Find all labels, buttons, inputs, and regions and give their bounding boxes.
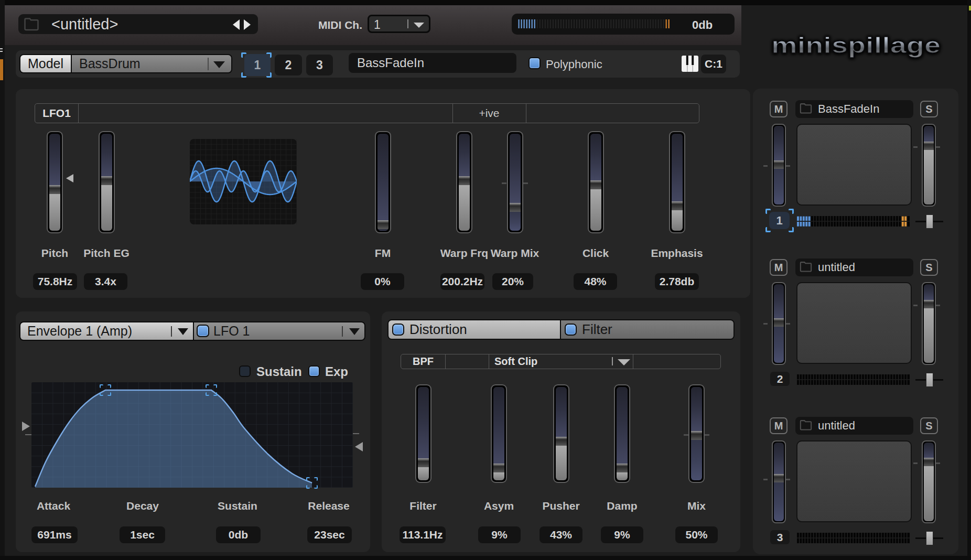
- svg-text:minispillage: minispillage: [771, 33, 941, 58]
